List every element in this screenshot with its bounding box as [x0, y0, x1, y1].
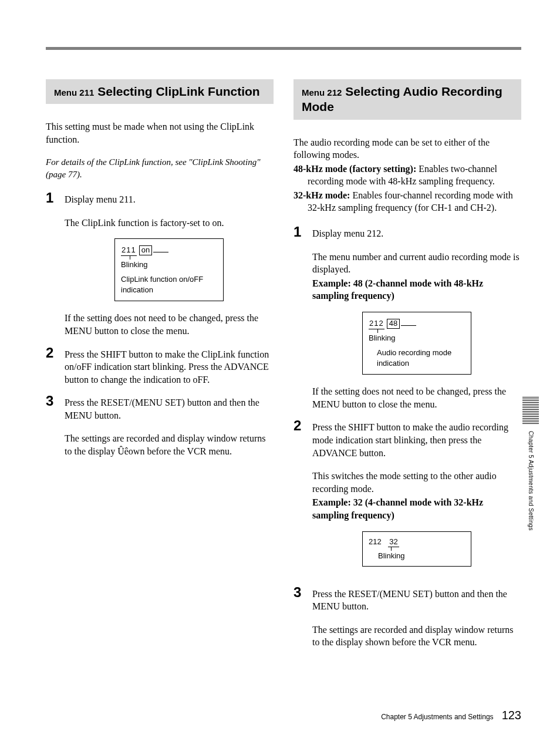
thumb-tab-lines-icon [522, 397, 539, 425]
step-text: Press the RESET/(MENU SET) button and th… [65, 397, 259, 420]
content-columns: Menu 211 Selecting ClipLink Function Thi… [46, 79, 521, 649]
right-column: Menu 212 Selecting Audio Recording Mode … [294, 79, 521, 649]
step-number: 3 [46, 394, 59, 408]
display-blinking-label: Blinking [369, 333, 396, 343]
display-blinking-label: Blinking [378, 551, 405, 561]
step-body: Press the SHIFT button to make the audio… [312, 419, 521, 577]
menu-211-step-1: 1 Display menu 211. The ClipLink functio… [46, 191, 274, 338]
display-menu-value: 48 [387, 319, 400, 329]
menu-212-intro: The audio recording mode can be set to e… [294, 136, 521, 161]
display-value-label: Audio recording mode indication [369, 348, 465, 368]
step-body: Press the RESET/(MENU SET) button and th… [312, 585, 521, 649]
display-menu-number: 212 [369, 537, 382, 547]
menu-212-step-2: 2 Press the SHIFT button to make the aud… [294, 419, 521, 577]
step-close-note: If the setting does not need to be chang… [312, 385, 521, 410]
step-text: Press the SHIFT button to make the audio… [312, 422, 508, 457]
footer-page-number: 123 [502, 709, 521, 722]
step-sub: The menu number and current audio record… [312, 251, 521, 276]
display-blinking-label: Blinking [121, 260, 148, 270]
menu-211-step-2: 2 Press the SHIFT button to make the Cli… [46, 346, 274, 386]
display-box-212-48: 212 48 Blinking Audio recording mode ind… [362, 312, 471, 375]
step-number: 3 [294, 585, 306, 599]
step-body: Press the SHIFT button to make the ClipL… [65, 346, 274, 386]
section-header-menu-212: Menu 212 Selecting Audio Recording Mode [294, 79, 521, 120]
step-text: Press the SHIFT button to make the ClipL… [65, 349, 269, 385]
mode-label: 32-kHz mode: [294, 190, 350, 200]
left-column: Menu 211 Selecting ClipLink Function Thi… [46, 79, 274, 649]
example-label: Example: 32 (4-channel mode with 32-kHz … [312, 496, 521, 521]
display-box-212-32: 212 32 Blinking [362, 531, 471, 567]
example-label: Example: 48 (2-channel mode with 48-kHz … [312, 277, 521, 302]
menu-211-title: Selecting ClipLink Function [94, 85, 259, 98]
page-footer: Chapter 5 Adjustments and Settings 123 [381, 709, 521, 722]
step-close-note: If the setting does not need to be chang… [65, 312, 274, 337]
mode-label: 48-kHz mode (factory setting): [294, 164, 416, 174]
mode-32khz: 32-kHz mode: Enables four-channel record… [294, 189, 521, 214]
display-menu-number: 212 [369, 318, 384, 329]
footer-chapter: Chapter 5 Adjustments and Settings [381, 713, 493, 721]
display-value-label: ClipLink function on/oFF indication [121, 274, 217, 295]
display-menu-number: 211 [121, 245, 137, 256]
step-number: 1 [294, 225, 306, 239]
top-rule [46, 47, 521, 50]
mode-48khz: 48-kHz mode (factory setting): Enables t… [294, 163, 521, 188]
step-sub: The settings are recorded and display wi… [312, 624, 521, 649]
section-header-menu-211: Menu 211 Selecting ClipLink Function [46, 79, 274, 104]
menu-211-step-3: 3 Press the RESET/(MENU SET) button and … [46, 394, 274, 457]
thumb-tab-label: Chapter 5 Adjustments and Settings [528, 431, 534, 531]
step-body: Display menu 211. The ClipLink function … [65, 191, 274, 338]
menu-212-step-1: 1 Display menu 212. The menu number and … [294, 225, 521, 410]
display-menu-value: on [139, 245, 152, 255]
thumb-tab: Chapter 5 Adjustments and Settings [522, 397, 539, 531]
menu-212-prefix: Menu 212 [302, 87, 342, 97]
step-sub: This switches the mode setting to the ot… [312, 470, 521, 495]
step-number: 2 [294, 419, 306, 433]
mode-definitions: 48-kHz mode (factory setting): Enables t… [294, 163, 521, 214]
step-body: Press the RESET/(MENU SET) button and th… [65, 394, 274, 457]
menu-211-intro: This setting must be made when not using… [46, 120, 274, 146]
step-text: Press the RESET/(MENU SET) button and th… [312, 589, 507, 612]
menu-211-crossref: For details of the ClipLink function, se… [46, 156, 274, 180]
step-body: Display menu 212. The menu number and cu… [312, 225, 521, 410]
display-box-211: 211 on Blinking ClipLink function on/oFF… [114, 238, 224, 301]
step-text: Display menu 212. [312, 228, 383, 238]
step-text: Display menu 211. [65, 194, 136, 204]
step-number: 2 [46, 346, 59, 360]
step-number: 1 [46, 191, 59, 205]
menu-211-prefix: Menu 211 [54, 87, 94, 97]
menu-212-step-3: 3 Press the RESET/(MENU SET) button and … [294, 585, 521, 649]
step-sub: The settings are recorded and display wi… [65, 432, 274, 457]
step-sub: The ClipLink function is factory-set to … [65, 217, 274, 230]
display-menu-value: 32 [388, 537, 399, 548]
